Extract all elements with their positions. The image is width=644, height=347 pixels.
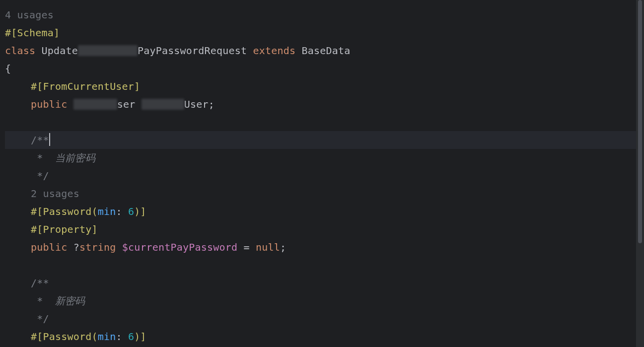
semicolon: ;	[209, 98, 215, 110]
code-line[interactable]: public ser User;	[5, 95, 636, 113]
attr-param: min	[98, 206, 116, 217]
code-line[interactable]: * 当前密码	[5, 149, 636, 167]
brace-open: {	[5, 63, 11, 74]
editor-root: 4 usages #[Schema] class UpdatePayPasswo…	[0, 0, 644, 347]
attr-param: min	[98, 331, 116, 343]
doccomment-open: /**	[31, 134, 49, 146]
redacted	[73, 99, 117, 110]
text-caret	[49, 133, 50, 146]
kw-public: public	[31, 98, 67, 110]
doccomment-open: /**	[31, 277, 49, 289]
blank-line[interactable]	[5, 256, 636, 274]
semicolon: ;	[280, 241, 286, 253]
blank-line[interactable]	[5, 113, 636, 131]
doccomment-star: *	[31, 152, 43, 164]
doccomment-close: */	[31, 313, 49, 325]
attr-password-open: #[Password(	[31, 206, 98, 217]
code-line[interactable]: */	[5, 310, 636, 328]
doccomment-close: */	[31, 170, 49, 182]
code-line[interactable]: {	[5, 60, 636, 77]
var-suffix: User	[184, 98, 209, 110]
code-line[interactable]: class UpdatePayPasswordRequest extends B…	[5, 42, 636, 60]
kw-null: null	[256, 241, 280, 253]
inlay-usages[interactable]: 2 usages	[5, 185, 636, 203]
base-class: BaseData	[301, 45, 350, 57]
qmark: ?	[73, 241, 79, 253]
redacted	[142, 99, 184, 110]
code-line[interactable]: #[FromCurrentUser]	[5, 77, 636, 95]
attr-password-close: )]	[134, 331, 146, 343]
attr-password-open: #[Password(	[31, 331, 98, 343]
gutter	[0, 0, 4, 347]
colon: :	[116, 331, 128, 343]
type-string: string	[79, 241, 116, 253]
code-line[interactable]: #[Password(min: 6)]	[5, 328, 636, 346]
eq: =	[237, 241, 256, 253]
attr-num: 6	[128, 331, 134, 343]
code-area[interactable]: 4 usages #[Schema] class UpdatePayPasswo…	[0, 0, 636, 347]
code-line[interactable]: * 新密码	[5, 292, 636, 310]
vertical-scrollbar[interactable]	[636, 0, 644, 347]
attr-password-close: )]	[134, 206, 146, 217]
type-suffix: ser	[117, 98, 136, 110]
kw-public: public	[31, 241, 67, 253]
class-name-suffix: PayPasswordRequest	[138, 45, 247, 57]
attr-schema: #[Schema]	[5, 27, 60, 39]
scrollbar-thumb[interactable]	[638, 0, 642, 243]
attr-num: 6	[128, 206, 134, 217]
attr-property: #[Property]	[31, 223, 98, 235]
redacted	[78, 45, 138, 56]
kw-extends: extends	[253, 45, 296, 57]
code-line[interactable]: public ?string $currentPayPassword = nul…	[5, 238, 636, 256]
code-line[interactable]: #[Schema]	[5, 24, 636, 42]
colon: :	[116, 206, 128, 217]
code-line[interactable]: /**	[5, 274, 636, 292]
code-line-current[interactable]: /**	[5, 131, 636, 149]
code-line[interactable]: */	[5, 167, 636, 185]
doccomment-text: 新密码	[55, 294, 85, 308]
var-name: $currentPayPassword	[122, 241, 238, 253]
kw-class: class	[5, 45, 35, 57]
code-line[interactable]: #[Password(min: 6)]	[5, 203, 636, 220]
usages-text[interactable]: 4 usages	[5, 9, 54, 21]
code-line[interactable]: #[Property]	[5, 220, 636, 238]
doccomment-text: 当前密码	[55, 151, 95, 165]
inlay-usages[interactable]: 4 usages	[5, 6, 636, 24]
usages-text[interactable]: 2 usages	[31, 188, 79, 200]
doccomment-star: *	[31, 295, 43, 307]
attr-fromcurrentuser: #[FromCurrentUser]	[31, 80, 140, 92]
class-name-prefix: Update	[41, 45, 77, 57]
